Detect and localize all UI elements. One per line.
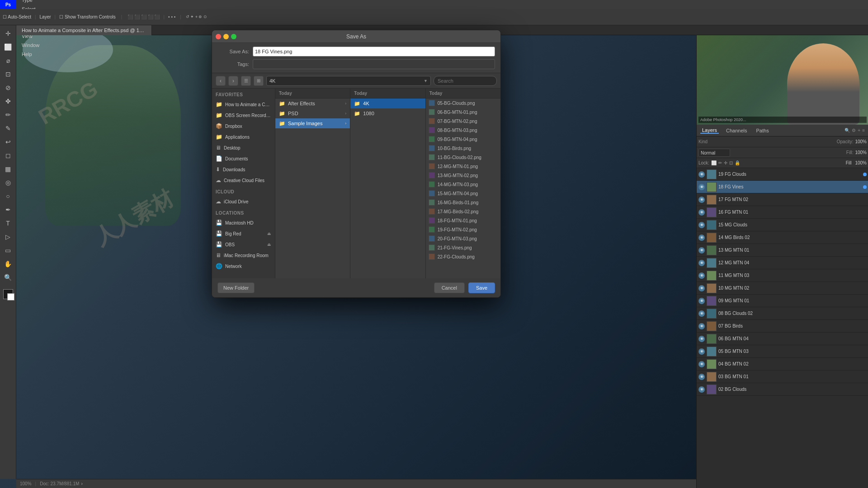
layer-row-3[interactable]: 👁16 FG MTN 01 (697, 206, 868, 219)
file-item-3[interactable]: 08-BG-MTN-03.png (426, 126, 500, 135)
layer-row-8[interactable]: 👁11 MG MTN 03 (697, 269, 868, 282)
path-tool[interactable]: ▷ (2, 230, 14, 243)
maximize-button[interactable] (231, 34, 236, 39)
save-as-input[interactable] (253, 47, 495, 56)
layer-eye-7[interactable]: 👁 (698, 260, 705, 266)
layers-search-icon[interactable]: 🔍 (844, 128, 850, 133)
file-item-13[interactable]: 18-FG-MTN-01.png (426, 216, 500, 225)
layer-eye-1[interactable]: 👁 (698, 184, 705, 190)
file-item-0[interactable]: 05-BG-Clouds.png (426, 99, 500, 108)
crop-tool[interactable]: ⊡ (2, 68, 14, 80)
sidebar-item-6[interactable]: ⬇Downloads (212, 164, 275, 175)
sidebar-item-0[interactable]: 📁How to Animate a Composite in A... (212, 99, 275, 110)
eraser-tool[interactable]: ◻ (2, 149, 14, 162)
search-input[interactable] (434, 76, 497, 86)
fill-percent-2[interactable]: 100% (855, 160, 867, 165)
layer-row-1[interactable]: 👁18 FG Vines (697, 181, 868, 193)
sidebar-item-2[interactable]: 📦Dropbox (212, 121, 275, 131)
col1-item-1[interactable]: 📁PSD› (275, 108, 350, 118)
blend-mode[interactable]: Normal (698, 149, 730, 157)
file-item-16[interactable]: 21-FG-Vines.png (426, 243, 500, 252)
layer-eye-14[interactable]: 👁 (698, 348, 705, 355)
view-grid-button[interactable]: ⊞ (254, 76, 264, 86)
layer-row-7[interactable]: 👁12 MG MTN 04 (697, 257, 868, 269)
close-button[interactable] (216, 34, 221, 39)
layer-row-2[interactable]: 👁17 FG MTN 02 (697, 193, 868, 206)
layer-eye-3[interactable]: 👁 (698, 209, 705, 216)
gradient-tool[interactable]: ▦ (2, 163, 14, 175)
eject-icon-1[interactable]: ⏏ (267, 231, 271, 236)
sidebar-location-item-4[interactable]: 🌐Network (212, 261, 275, 272)
layer-eye-8[interactable]: 👁 (698, 272, 705, 279)
lock-artboard-icon[interactable]: ⊡ (729, 160, 733, 165)
tags-input[interactable] (253, 59, 495, 69)
layer-row-12[interactable]: 👁07 BG Birds (697, 320, 868, 333)
file-item-4[interactable]: 09-BG-MTN-04.png (426, 135, 500, 144)
layer-eye-16[interactable]: 👁 (698, 374, 705, 380)
heal-tool[interactable]: ✤ (2, 95, 14, 108)
sidebar-item-5[interactable]: 📄Documents (212, 153, 275, 164)
file-item-1[interactable]: 06-BG-MTN-01.png (426, 108, 500, 117)
layer-eye-15[interactable]: 👁 (698, 361, 705, 367)
layer-eye-10[interactable]: 👁 (698, 298, 705, 304)
layer-eye-5[interactable]: 👁 (698, 235, 705, 241)
shape-tool[interactable]: ▭ (2, 244, 14, 257)
lock-transparent-icon[interactable]: ⬜ (711, 160, 717, 165)
pen-tool[interactable]: ✒ (2, 203, 14, 216)
layer-row-15[interactable]: 👁04 BG MTN 02 (697, 358, 868, 371)
file-item-15[interactable]: 20-FG-MTN-03.png (426, 234, 500, 243)
sidebar-item-4[interactable]: 🖥Desktop (212, 142, 275, 153)
hand-tool[interactable]: ✋ (2, 258, 14, 270)
file-item-12[interactable]: 17-MG-Birds-02.png (426, 207, 500, 216)
layer-eye-6[interactable]: 👁 (698, 247, 705, 253)
sidebar-item-7[interactable]: ☁Creative Cloud Files (212, 175, 275, 186)
layer-eye-9[interactable]: 👁 (698, 285, 705, 291)
nav-forward-button[interactable]: › (228, 76, 238, 86)
sidebar-item-1[interactable]: 📁OBS Screen Recording (212, 110, 275, 121)
eyedropper-tool[interactable]: ⊘ (2, 81, 14, 94)
tab-paths[interactable]: Paths (755, 128, 771, 133)
lasso-tool[interactable]: ⌀ (2, 54, 14, 67)
layer-eye-12[interactable]: 👁 (698, 323, 705, 329)
layer-eye-0[interactable]: 👁 (698, 171, 705, 178)
layer-eye-4[interactable]: 👁 (698, 222, 705, 228)
sidebar-icloud-item-0[interactable]: ☁iCloud Drive (212, 196, 275, 207)
layer-row-4[interactable]: 👁15 MG Clouds (697, 219, 868, 231)
file-item-6[interactable]: 11-BG-Clouds-02.png (426, 153, 500, 162)
file-item-10[interactable]: 15-MG-MTN-04.png (426, 189, 500, 198)
history-tool[interactable]: ↩ (2, 136, 14, 148)
sidebar-item-3[interactable]: 📁Applications (212, 131, 275, 142)
layer-eye-13[interactable]: 👁 (698, 336, 705, 342)
foreground-color[interactable] (3, 289, 13, 299)
dodge-tool[interactable]: ○ (2, 190, 14, 202)
fill-value[interactable]: 100% (855, 150, 867, 155)
layer-row-10[interactable]: 👁09 MG MTN 01 (697, 295, 868, 307)
layer-row-6[interactable]: 👁13 MG MTN 01 (697, 244, 868, 257)
layer-eye-11[interactable]: 👁 (698, 310, 705, 317)
layer-row-0[interactable]: 👁19 FG Clouds (697, 168, 868, 181)
layer-eye-17[interactable]: 👁 (698, 386, 705, 393)
file-item-8[interactable]: 13-MG-MTN-02.png (426, 171, 500, 180)
new-folder-button[interactable]: New Folder (217, 282, 255, 293)
opacity-value[interactable]: 100% (855, 139, 867, 144)
save-button[interactable]: Save (468, 282, 495, 293)
layer-eye-2[interactable]: 👁 (698, 197, 705, 203)
tab-layers[interactable]: Layers (700, 127, 719, 134)
layers-options-icon[interactable]: ⚙ (852, 128, 856, 133)
doc-info-arrow[interactable]: › (81, 481, 82, 486)
layer-row-13[interactable]: 👁06 BG MTN 04 (697, 333, 868, 345)
brush-tool[interactable]: ✏ (2, 108, 14, 121)
minimize-button[interactable] (223, 34, 229, 39)
stamp-tool[interactable]: ✎ (2, 122, 14, 135)
file-item-9[interactable]: 14-MG-MTN-03.png (426, 180, 500, 189)
layer-row-9[interactable]: 👁10 MG MTN 02 (697, 282, 868, 295)
col2-item-1[interactable]: 📁1080 (350, 108, 425, 118)
view-list-button[interactable]: ☰ (241, 76, 251, 86)
layer-row-14[interactable]: 👁05 BG MTN 03 (697, 345, 868, 358)
text-tool[interactable]: T (2, 217, 14, 230)
lock-position-icon[interactable]: ✛ (724, 160, 727, 165)
background-color[interactable] (7, 293, 14, 300)
file-item-5[interactable]: 10-BG-Birds.png (426, 144, 500, 153)
lock-pixels-icon[interactable]: ✏ (718, 160, 722, 165)
sidebar-location-item-2[interactable]: 💾OBS⏏ (212, 239, 275, 250)
